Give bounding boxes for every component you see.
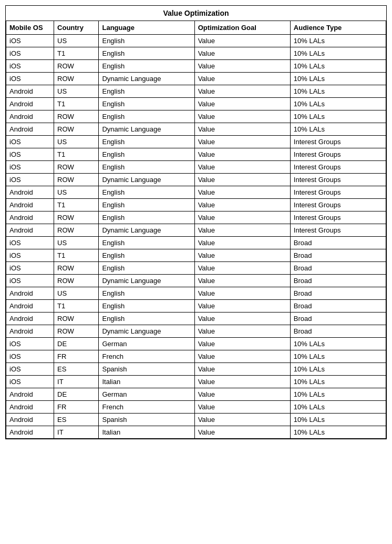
cell-4-1: US xyxy=(54,85,99,98)
col-header-mobile-os: Mobile OS xyxy=(6,21,54,35)
cell-27-0: iOS xyxy=(6,376,54,388)
table-row: AndroidROWEnglishValueBroad xyxy=(6,313,386,325)
table-row: AndroidUSEnglishValue10% LALs xyxy=(6,85,386,98)
cell-22-4: Broad xyxy=(290,313,386,325)
cell-16-1: US xyxy=(54,237,99,249)
table-row: AndroidDEGermanValue10% LALs xyxy=(6,388,386,401)
cell-28-0: Android xyxy=(6,388,54,401)
cell-20-2: English xyxy=(99,287,194,300)
cell-8-3: Value xyxy=(194,136,290,148)
cell-18-0: iOS xyxy=(6,262,54,275)
cell-3-2: Dynamic Language xyxy=(99,73,194,85)
cell-1-3: Value xyxy=(194,47,290,60)
table-row: iOSDEGermanValue10% LALs xyxy=(6,338,386,350)
cell-6-1: ROW xyxy=(54,110,99,123)
table-row: AndroidUSEnglishValueBroad xyxy=(6,287,386,300)
table-row: AndroidROWDynamic LanguageValueBroad xyxy=(6,325,386,338)
cell-28-1: DE xyxy=(54,388,99,401)
cell-19-3: Value xyxy=(194,275,290,287)
cell-15-2: Dynamic Language xyxy=(99,224,194,237)
cell-1-0: iOS xyxy=(6,47,54,60)
cell-2-3: Value xyxy=(194,60,290,73)
cell-13-2: English xyxy=(99,199,194,211)
cell-12-1: US xyxy=(54,186,99,199)
cell-5-4: 10% LALs xyxy=(290,98,386,110)
table-row: iOSROWDynamic LanguageValue10% LALs xyxy=(6,73,386,85)
cell-13-1: T1 xyxy=(54,199,99,211)
cell-9-1: T1 xyxy=(54,148,99,161)
cell-0-4: 10% LALs xyxy=(290,35,386,47)
cell-25-4: 10% LALs xyxy=(290,350,386,363)
cell-24-2: German xyxy=(99,338,194,350)
cell-21-4: Broad xyxy=(290,300,386,313)
cell-5-1: T1 xyxy=(54,98,99,110)
cell-4-2: English xyxy=(99,85,194,98)
cell-11-4: Interest Groups xyxy=(290,174,386,186)
cell-10-2: English xyxy=(99,161,194,174)
cell-29-4: 10% LALs xyxy=(290,401,386,414)
table-row: AndroidROWEnglishValue10% LALs xyxy=(6,110,386,123)
cell-19-4: Broad xyxy=(290,275,386,287)
value-optimization-table: Value Optimization Mobile OS Country Lan… xyxy=(5,5,387,439)
cell-15-1: ROW xyxy=(54,224,99,237)
cell-0-2: English xyxy=(99,35,194,47)
table-row: AndroidITItalianValue10% LALs xyxy=(6,426,386,439)
table-row: AndroidROWDynamic LanguageValueInterest … xyxy=(6,224,386,237)
cell-11-1: ROW xyxy=(54,174,99,186)
cell-8-2: English xyxy=(99,136,194,148)
cell-16-0: iOS xyxy=(6,237,54,249)
cell-20-4: Broad xyxy=(290,287,386,300)
cell-21-2: English xyxy=(99,300,194,313)
cell-11-2: Dynamic Language xyxy=(99,174,194,186)
col-header-audience-type: Audience Type xyxy=(290,21,386,35)
cell-27-4: 10% LALs xyxy=(290,376,386,388)
cell-14-0: Android xyxy=(6,211,54,224)
cell-6-4: 10% LALs xyxy=(290,110,386,123)
cell-5-2: English xyxy=(99,98,194,110)
cell-12-0: Android xyxy=(6,186,54,199)
cell-2-1: ROW xyxy=(54,60,99,73)
cell-22-2: English xyxy=(99,313,194,325)
table-title: Value Optimization xyxy=(6,6,386,21)
cell-17-2: English xyxy=(99,249,194,262)
cell-25-3: Value xyxy=(194,350,290,363)
cell-10-1: ROW xyxy=(54,161,99,174)
table-row: iOSESSpanishValue10% LALs xyxy=(6,363,386,376)
cell-30-2: Spanish xyxy=(99,414,194,426)
cell-10-0: iOS xyxy=(6,161,54,174)
cell-26-1: ES xyxy=(54,363,99,376)
cell-16-2: English xyxy=(99,237,194,249)
cell-15-4: Interest Groups xyxy=(290,224,386,237)
cell-17-0: iOS xyxy=(6,249,54,262)
cell-21-1: T1 xyxy=(54,300,99,313)
cell-29-1: FR xyxy=(54,401,99,414)
table-row: iOSROWDynamic LanguageValueBroad xyxy=(6,275,386,287)
cell-15-0: Android xyxy=(6,224,54,237)
cell-13-4: Interest Groups xyxy=(290,199,386,211)
cell-19-2: Dynamic Language xyxy=(99,275,194,287)
table-row: iOST1EnglishValue10% LALs xyxy=(6,47,386,60)
cell-20-3: Value xyxy=(194,287,290,300)
cell-25-0: iOS xyxy=(6,350,54,363)
table-row: iOSROWEnglishValue10% LALs xyxy=(6,60,386,73)
table-row: iOSUSEnglishValueBroad xyxy=(6,237,386,249)
cell-0-3: Value xyxy=(194,35,290,47)
cell-31-0: Android xyxy=(6,426,54,439)
cell-26-4: 10% LALs xyxy=(290,363,386,376)
cell-9-3: Value xyxy=(194,148,290,161)
table-row: iOSROWDynamic LanguageValueInterest Grou… xyxy=(6,174,386,186)
table-row: AndroidT1EnglishValueInterest Groups xyxy=(6,199,386,211)
cell-29-2: French xyxy=(99,401,194,414)
cell-7-1: ROW xyxy=(54,123,99,136)
cell-4-3: Value xyxy=(194,85,290,98)
cell-25-1: FR xyxy=(54,350,99,363)
cell-27-3: Value xyxy=(194,376,290,388)
cell-24-1: DE xyxy=(54,338,99,350)
table-row: AndroidFRFrenchValue10% LALs xyxy=(6,401,386,414)
cell-9-4: Interest Groups xyxy=(290,148,386,161)
cell-2-2: English xyxy=(99,60,194,73)
cell-8-1: US xyxy=(54,136,99,148)
cell-4-4: 10% LALs xyxy=(290,85,386,98)
cell-3-4: 10% LALs xyxy=(290,73,386,85)
cell-12-3: Value xyxy=(194,186,290,199)
